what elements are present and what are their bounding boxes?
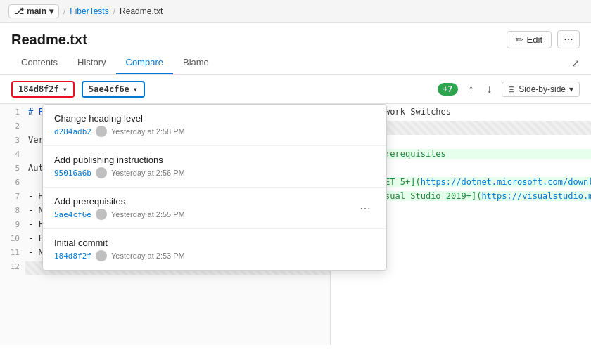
line-number: 2 xyxy=(0,121,25,131)
commit-item-meta: 184d8f2f Yesterday at 2:53 PM xyxy=(54,250,375,261)
line-content: - Network Switches xyxy=(357,107,591,117)
expand-icon[interactable]: ⤢ xyxy=(571,58,580,69)
content-area: 1 # FiberTests 2 3 Verify fiber 4 5 Auto… xyxy=(0,104,591,345)
line-number: 12 xyxy=(0,261,25,271)
line-content: - [.NET 5+](https://dotnet.microsoft.com… xyxy=(357,177,591,187)
side-by-side-icon: ⊟ xyxy=(508,84,515,94)
page-title: Readme.txt xyxy=(11,32,87,48)
top-bar: ⎇ main ▾ / FiberTests / Readme.txt xyxy=(0,0,591,23)
tab-list: Contents History Compare Blame xyxy=(11,51,219,74)
header-actions: ✏ Edit ⋯ xyxy=(507,30,580,48)
commit-item-info: Initial commit 184d8f2f Yesterday at 2:5… xyxy=(54,238,375,261)
commit-item-add-prerequisites[interactable]: Add prerequisites 5ae4cf6e Yesterday at … xyxy=(43,188,386,229)
commit-item-meta: d284adb2 Yesterday at 2:58 PM xyxy=(54,126,375,137)
breadcrumb-sep1: / xyxy=(63,6,65,16)
line-content: - [Visual Studio 2019+](https://visualst… xyxy=(357,191,591,201)
pencil-icon: ✏ xyxy=(516,34,523,45)
edit-button[interactable]: ✏ Edit xyxy=(507,31,552,48)
commit-item-add-publishing[interactable]: Add publishing instructions 95016a6b Yes… xyxy=(43,146,386,188)
view-mode-label: Side-by-side xyxy=(519,84,566,94)
tab-compare[interactable]: Compare xyxy=(116,51,173,74)
right-commit-chevron-icon: ▾ xyxy=(133,84,138,94)
line-number: 10 xyxy=(0,233,25,243)
left-commit-chevron-icon: ▾ xyxy=(63,84,68,94)
tab-history[interactable]: History xyxy=(68,51,115,74)
compare-bar: 184d8f2f ▾ 5ae4cf6e ▾ +7 ↑ ↓ ⊟ Side-by-s… xyxy=(0,75,591,104)
line-number: 9 xyxy=(0,219,25,229)
commit-item-title: Add prerequisites xyxy=(54,196,355,207)
commit-item-meta: 5ae4cf6e Yesterday at 2:55 PM xyxy=(54,209,355,220)
line-number: 8 xyxy=(0,205,25,215)
line-number: 6 xyxy=(0,177,25,187)
edit-label: Edit xyxy=(527,34,542,45)
right-commit-hash: 5ae4cf6e xyxy=(89,84,129,94)
commit-hash: 95016a6b xyxy=(54,169,91,178)
right-commit-dropdown[interactable]: 5ae4cf6e ▾ xyxy=(82,81,145,98)
tab-contents[interactable]: Contents xyxy=(11,51,68,74)
commit-time: Yesterday at 2:58 PM xyxy=(111,127,185,136)
line-content xyxy=(357,121,591,135)
commit-time: Yesterday at 2:55 PM xyxy=(111,210,185,219)
line-content: ### Prerequisites xyxy=(357,149,591,159)
more-options-icon[interactable]: ⋯ xyxy=(355,200,375,216)
view-mode-chevron-icon: ▾ xyxy=(569,84,573,94)
commit-item-info: Change heading level d284adb2 Yesterday … xyxy=(54,113,375,137)
line-number: 5 xyxy=(0,163,25,173)
page-header: Readme.txt ✏ Edit ⋯ xyxy=(0,23,591,48)
branch-selector[interactable]: ⎇ main ▾ xyxy=(8,4,59,18)
view-mode-dropdown[interactable]: ⊟ Side-by-side ▾ xyxy=(502,82,580,97)
line-number: 7 xyxy=(0,191,25,201)
commit-time: Yesterday at 2:56 PM xyxy=(111,169,185,177)
commit-item-info: Add publishing instructions 95016a6b Yes… xyxy=(54,155,375,178)
commit-hash: 184d8f2f xyxy=(54,252,91,261)
commit-hash: 5ae4cf6e xyxy=(54,210,91,219)
tab-blame[interactable]: Blame xyxy=(173,51,219,74)
tabs-bar: Contents History Compare Blame ⤢ xyxy=(0,51,591,75)
breadcrumb-repo[interactable]: FiberTests xyxy=(70,6,108,16)
line-number: 11 xyxy=(0,247,25,257)
left-commit-dropdown[interactable]: 184d8f2f ▾ xyxy=(11,81,75,98)
avatar xyxy=(96,250,107,261)
next-diff-button[interactable]: ↓ xyxy=(483,82,495,97)
commit-hash: d284adb2 xyxy=(54,127,91,136)
branch-chevron-icon: ▾ xyxy=(49,6,53,16)
commit-item-title: Initial commit xyxy=(54,238,375,248)
commit-item-change-heading[interactable]: Change heading level d284adb2 Yesterday … xyxy=(43,105,386,146)
commit-item-meta: 95016a6b Yesterday at 2:56 PM xyxy=(54,167,375,178)
prev-diff-button[interactable]: ↑ xyxy=(465,82,476,97)
more-options-button[interactable]: ⋯ xyxy=(557,30,580,48)
left-commit-hash: 184d8f2f xyxy=(18,84,59,94)
diff-count-badge: +7 xyxy=(438,83,459,96)
commit-item-title: Change heading level xyxy=(54,113,375,124)
commit-item-title: Add publishing instructions xyxy=(54,155,375,165)
commit-item-initial-commit[interactable]: Initial commit 184d8f2f Yesterday at 2:5… xyxy=(43,229,386,270)
breadcrumb-file: Readme.txt xyxy=(120,6,163,16)
line-number: 3 xyxy=(0,135,25,145)
line-number: 1 xyxy=(0,107,25,117)
avatar xyxy=(96,126,107,137)
commit-time: Yesterday at 2:53 PM xyxy=(111,252,185,260)
commit-dropdown-panel: Change heading level d284adb2 Yesterday … xyxy=(42,104,387,271)
git-branch-icon: ⎇ xyxy=(14,6,24,16)
branch-name: main xyxy=(27,6,46,16)
breadcrumb-sep2: / xyxy=(113,6,115,16)
avatar xyxy=(96,209,107,220)
avatar xyxy=(96,167,107,178)
line-number: 4 xyxy=(0,149,25,159)
commit-item-info: Add prerequisites 5ae4cf6e Yesterday at … xyxy=(54,196,355,220)
